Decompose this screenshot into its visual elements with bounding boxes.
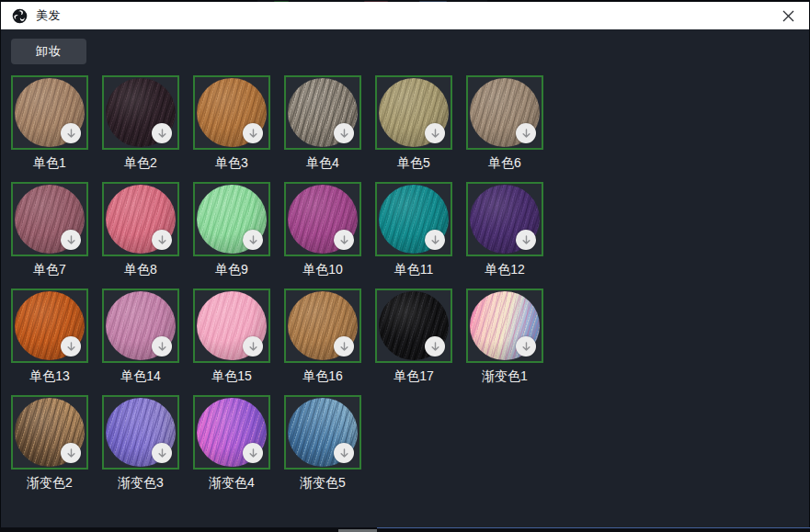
hair-style-cell: 单色15 xyxy=(193,289,270,384)
download-button[interactable] xyxy=(152,336,172,357)
tile-label: 渐变色5 xyxy=(284,475,361,491)
download-button[interactable] xyxy=(152,443,172,463)
arrow-down-icon xyxy=(520,234,532,246)
hair-style-tile[interactable] xyxy=(466,75,543,150)
download-button[interactable] xyxy=(425,336,445,357)
tile-label: 渐变色4 xyxy=(193,475,270,491)
hair-style-cell: 单色5 xyxy=(375,75,452,171)
download-button[interactable] xyxy=(61,336,81,357)
hair-style-tile[interactable] xyxy=(193,289,270,363)
download-button[interactable] xyxy=(152,230,172,250)
tile-label: 单色1 xyxy=(11,155,88,171)
hair-style-cell: 单色3 xyxy=(193,75,270,171)
hair-color-grid: 单色1 单色2 单色3 xyxy=(11,75,809,491)
arrow-down-icon xyxy=(247,341,259,353)
hair-style-tile[interactable] xyxy=(284,395,361,470)
hair-style-tile[interactable] xyxy=(375,75,452,150)
download-button[interactable] xyxy=(61,123,81,143)
arrow-down-icon xyxy=(338,128,350,140)
arrow-down-icon xyxy=(156,447,168,459)
hair-style-tile[interactable] xyxy=(375,182,452,256)
tile-label: 渐变色1 xyxy=(466,368,543,384)
tile-label: 单色12 xyxy=(466,262,543,277)
hair-style-tile[interactable] xyxy=(11,75,88,150)
window-title: 美发 xyxy=(36,7,61,24)
download-button[interactable] xyxy=(243,336,263,357)
hair-style-tile[interactable] xyxy=(375,289,452,363)
download-button[interactable] xyxy=(61,443,81,463)
obs-logo-icon xyxy=(12,8,28,24)
hair-style-tile[interactable] xyxy=(193,75,270,150)
arrow-down-icon xyxy=(338,234,350,246)
hair-style-tile[interactable] xyxy=(11,395,88,470)
hair-style-cell: 单色13 xyxy=(11,289,88,384)
hair-style-cell: 单色10 xyxy=(284,182,361,277)
hair-style-dialog: 美发 卸妆 单色1 单色2 xyxy=(0,0,810,532)
x-icon xyxy=(782,10,794,22)
download-button[interactable] xyxy=(61,230,81,250)
tile-label: 单色4 xyxy=(284,155,361,171)
hair-style-cell: 单色17 xyxy=(375,289,452,384)
arrow-down-icon xyxy=(247,128,259,140)
hair-style-cell: 单色9 xyxy=(193,182,270,277)
tile-label: 单色11 xyxy=(375,262,452,277)
download-button[interactable] xyxy=(334,123,354,143)
hair-style-cell: 渐变色2 xyxy=(11,395,88,491)
download-button[interactable] xyxy=(425,123,445,143)
hair-style-tile[interactable] xyxy=(284,75,361,150)
download-button[interactable] xyxy=(516,123,536,143)
hair-style-cell: 单色12 xyxy=(466,182,543,277)
download-button[interactable] xyxy=(516,230,536,250)
hair-style-tile[interactable] xyxy=(102,289,179,363)
download-button[interactable] xyxy=(425,230,445,250)
arrow-down-icon xyxy=(338,341,350,353)
hair-style-tile[interactable] xyxy=(284,182,361,256)
hair-style-tile[interactable] xyxy=(193,395,270,470)
tile-label: 单色9 xyxy=(193,262,270,277)
hair-style-tile[interactable] xyxy=(466,289,543,363)
hair-style-cell: 单色2 xyxy=(102,75,179,171)
download-button[interactable] xyxy=(334,230,354,250)
hair-style-tile[interactable] xyxy=(193,182,270,256)
arrow-down-icon xyxy=(520,128,532,140)
background-window-artifact-bottom xyxy=(0,527,810,532)
download-button[interactable] xyxy=(243,123,263,143)
hair-style-tile[interactable] xyxy=(102,182,179,256)
hair-style-cell: 渐变色3 xyxy=(102,395,179,491)
arrow-down-icon xyxy=(156,128,168,140)
download-button[interactable] xyxy=(334,336,354,357)
arrow-down-icon xyxy=(247,447,259,459)
download-button[interactable] xyxy=(243,443,263,463)
arrow-down-icon xyxy=(156,234,168,246)
hair-style-cell: 渐变色4 xyxy=(193,395,270,491)
arrow-down-icon xyxy=(429,128,441,140)
download-button[interactable] xyxy=(243,230,263,250)
arrow-down-icon xyxy=(520,341,532,353)
hair-style-tile[interactable] xyxy=(102,395,179,470)
hair-style-tile[interactable] xyxy=(11,289,88,363)
download-button[interactable] xyxy=(334,443,354,463)
hair-style-cell: 单色7 xyxy=(11,182,88,277)
tile-label: 单色2 xyxy=(102,155,179,171)
hair-style-cell: 单色14 xyxy=(102,289,179,384)
tile-label: 单色5 xyxy=(375,155,452,171)
dialog-body: 卸妆 单色1 单色2 xyxy=(1,29,809,527)
hair-style-tile[interactable] xyxy=(466,182,543,256)
download-button[interactable] xyxy=(152,123,172,143)
hair-style-tile[interactable] xyxy=(102,75,179,150)
arrow-down-icon xyxy=(65,447,77,459)
tile-label: 单色3 xyxy=(193,155,270,171)
tile-label: 单色10 xyxy=(284,262,361,277)
tile-label: 渐变色3 xyxy=(102,475,179,491)
arrow-down-icon xyxy=(429,341,441,353)
hair-style-tile[interactable] xyxy=(284,289,361,363)
hair-style-tile[interactable] xyxy=(11,182,88,256)
tile-label: 单色7 xyxy=(11,262,88,277)
remove-makeup-button[interactable]: 卸妆 xyxy=(11,39,86,64)
title-bar: 美发 xyxy=(1,2,809,29)
download-button[interactable] xyxy=(516,336,536,357)
close-button[interactable] xyxy=(772,3,804,28)
tile-label: 单色15 xyxy=(193,368,270,384)
arrow-down-icon xyxy=(65,128,77,140)
tile-label: 单色17 xyxy=(375,368,452,384)
